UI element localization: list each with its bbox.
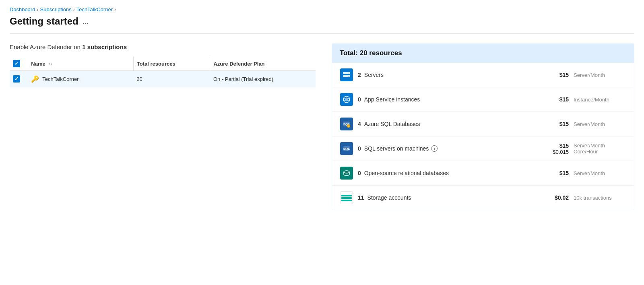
svg-point-5 bbox=[345, 98, 348, 101]
breadcrumb-techtalk[interactable]: TechTalkCorner bbox=[76, 6, 113, 12]
list-item: n 0 Open-source relational databases $15… bbox=[332, 161, 634, 186]
sql-vm-count: 0 bbox=[358, 145, 361, 152]
breadcrumb-subscriptions[interactable]: Subscriptions bbox=[40, 6, 72, 12]
oss-db-name: Open-source relational databases bbox=[364, 170, 449, 176]
page-container: Dashboard › Subscriptions › TechTalkCorn… bbox=[0, 0, 644, 217]
breadcrumb-dashboard[interactable]: Dashboard bbox=[10, 6, 35, 12]
sql-db-count: 4 bbox=[358, 121, 361, 127]
row-name-cell: 🔑 TechTalkCorner bbox=[28, 71, 133, 87]
page-divider bbox=[10, 33, 634, 34]
oss-db-price: $15 bbox=[541, 170, 569, 176]
svg-rect-16 bbox=[341, 200, 352, 201]
row-checkbox[interactable] bbox=[13, 75, 20, 83]
app-service-price: $15 bbox=[541, 96, 569, 103]
svg-rect-14 bbox=[341, 195, 352, 196]
main-content: Enable Azure Defender on 1 subscriptions… bbox=[10, 43, 634, 210]
storage-name: Storage accounts bbox=[367, 194, 411, 201]
servers-count: 2 bbox=[358, 72, 361, 78]
list-item: 11 Storage accounts $0.02 10k transactio… bbox=[332, 186, 634, 210]
page-title: Getting started bbox=[10, 16, 78, 27]
row-plan-cell: On - Partial (Trial expired) bbox=[210, 71, 316, 87]
th-name: Name ↑↓ bbox=[28, 57, 133, 71]
server-icon bbox=[340, 68, 353, 81]
servers-label: 2 Servers bbox=[358, 72, 536, 78]
storage-label: 11 Storage accounts bbox=[358, 194, 536, 201]
storage-unit: 10k transactions bbox=[574, 195, 626, 201]
storage-price: $0.02 bbox=[541, 194, 569, 201]
list-item: 2 Servers $15 Server/Month bbox=[332, 63, 634, 87]
app-service-icon bbox=[340, 93, 353, 106]
table-row: 🔑 TechTalkCorner 20 On - Partial (Trial … bbox=[10, 71, 316, 87]
svg-text:SQL: SQL bbox=[343, 147, 350, 151]
subscription-table: Name ↑↓ Total resources Azure Defender P… bbox=[10, 57, 316, 87]
resources-list: 2 Servers $15 Server/Month bbox=[332, 63, 634, 210]
sql-db-price: $15 bbox=[541, 121, 569, 127]
info-icon[interactable]: i bbox=[431, 145, 438, 152]
svg-point-2 bbox=[349, 73, 349, 74]
list-item: SQL ⚙ 4 Azure SQL Databases $15 Server/M… bbox=[332, 112, 634, 136]
breadcrumb-sep-1: › bbox=[37, 7, 39, 12]
page-title-container: Getting started ... bbox=[10, 16, 634, 27]
oss-db-unit: Server/Month bbox=[574, 170, 626, 176]
section-title: Enable Azure Defender on 1 subscriptions bbox=[10, 43, 316, 50]
sql-vm-label: 0 SQL servers on machines i bbox=[358, 145, 536, 152]
svg-rect-15 bbox=[341, 197, 352, 199]
breadcrumb: Dashboard › Subscriptions › TechTalkCorn… bbox=[10, 6, 634, 12]
sql-vm-icon: SQL bbox=[340, 142, 353, 155]
total-header: Total: 20 resources bbox=[332, 43, 634, 63]
oss-db-count: 0 bbox=[358, 170, 361, 176]
sort-icon[interactable]: ↑↓ bbox=[48, 62, 52, 66]
breadcrumb-sep-3: › bbox=[114, 7, 116, 12]
storage-icon bbox=[340, 191, 353, 204]
app-service-label: 0 App Service instances bbox=[358, 96, 536, 103]
svg-point-3 bbox=[349, 76, 349, 77]
sql-vm-price: $15 $0.015 bbox=[541, 142, 569, 155]
sql-vm-unit: Server/Month Core/Hour bbox=[574, 142, 626, 155]
subscription-name: TechTalkCorner bbox=[42, 76, 78, 82]
row-checkbox-cell bbox=[10, 71, 28, 87]
th-plan: Azure Defender Plan bbox=[210, 57, 316, 71]
svg-text:n: n bbox=[346, 172, 347, 175]
servers-unit: Server/Month bbox=[574, 72, 626, 78]
list-item: 0 App Service instances $15 Instance/Mon… bbox=[332, 87, 634, 112]
oss-db-label: 0 Open-source relational databases bbox=[358, 170, 536, 176]
app-service-count: 0 bbox=[358, 96, 361, 103]
sql-db-label: 4 Azure SQL Databases bbox=[358, 121, 536, 127]
app-service-name: App Service instances bbox=[364, 96, 420, 103]
left-panel: Enable Azure Defender on 1 subscriptions… bbox=[10, 43, 316, 210]
th-checkbox bbox=[10, 57, 28, 71]
breadcrumb-sep-2: › bbox=[73, 7, 75, 12]
subscription-key-icon: 🔑 bbox=[31, 75, 39, 83]
more-options-button[interactable]: ... bbox=[83, 17, 89, 26]
sql-vm-name: SQL servers on machines bbox=[364, 145, 429, 152]
sql-db-unit: Server/Month bbox=[574, 121, 626, 127]
oss-db-icon: n bbox=[340, 167, 353, 180]
servers-price: $15 bbox=[541, 72, 569, 78]
th-resources: Total resources bbox=[133, 57, 210, 71]
right-panel: Total: 20 resources 2 Servers bbox=[332, 43, 634, 210]
servers-name: Servers bbox=[364, 72, 384, 78]
app-service-unit: Instance/Month bbox=[574, 97, 626, 103]
sql-db-name: Azure SQL Databases bbox=[364, 121, 420, 127]
select-all-checkbox[interactable] bbox=[13, 60, 20, 67]
sql-db-icon: SQL ⚙ bbox=[340, 118, 353, 130]
row-resources-cell: 20 bbox=[133, 71, 210, 87]
storage-count: 11 bbox=[358, 194, 364, 201]
list-item: SQL 0 SQL servers on machines i $15 $0.0… bbox=[332, 136, 634, 161]
